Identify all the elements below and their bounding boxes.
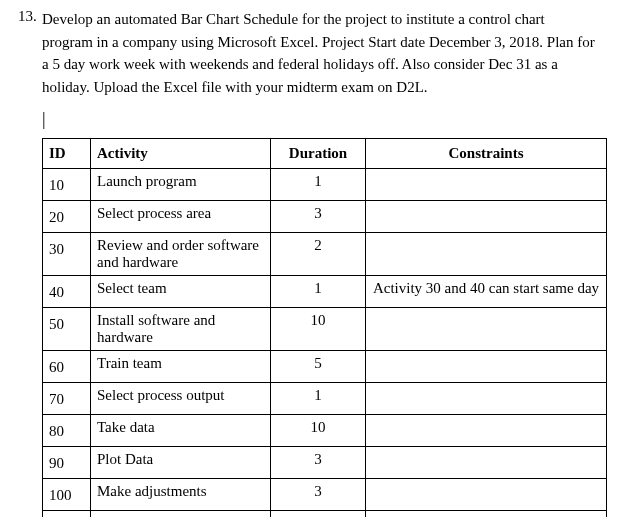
cell-constraints bbox=[366, 233, 607, 276]
cell-id: 50 bbox=[43, 308, 91, 351]
cell-constraints bbox=[366, 447, 607, 479]
cell-constraints bbox=[366, 351, 607, 383]
cell-duration: 1 bbox=[271, 383, 366, 415]
cell-constraints bbox=[366, 479, 607, 511]
cell-duration: 3 bbox=[271, 479, 366, 511]
cell-duration: 1 bbox=[271, 276, 366, 308]
cell-activity: Document bbox=[91, 511, 271, 518]
cell-activity: Review and order software and hardware bbox=[91, 233, 271, 276]
header-duration: Duration bbox=[271, 139, 366, 169]
question-text: Develop an automated Bar Chart Schedule … bbox=[42, 8, 599, 98]
table-row: 10 Launch program 1 bbox=[43, 169, 607, 201]
schedule-table: ID Activity Duration Constraints 10 Laun… bbox=[42, 138, 607, 517]
cell-id: 60 bbox=[43, 351, 91, 383]
table-row: 50 Install software and hardware 10 bbox=[43, 308, 607, 351]
table-row: 20 Select process area 3 bbox=[43, 201, 607, 233]
cell-activity: Select process area bbox=[91, 201, 271, 233]
schedule-table-wrapper: ID Activity Duration Constraints 10 Laun… bbox=[42, 138, 599, 517]
table-row: 100 Make adjustments 3 bbox=[43, 479, 607, 511]
table-header-row: ID Activity Duration Constraints bbox=[43, 139, 607, 169]
cell-constraints bbox=[366, 201, 607, 233]
cell-constraints bbox=[366, 383, 607, 415]
cell-id: 70 bbox=[43, 383, 91, 415]
cell-id: 30 bbox=[43, 233, 91, 276]
cell-constraints bbox=[366, 415, 607, 447]
cell-id: 40 bbox=[43, 276, 91, 308]
cell-activity: Plot Data bbox=[91, 447, 271, 479]
cell-activity: Take data bbox=[91, 415, 271, 447]
table-row: 90 Plot Data 3 bbox=[43, 447, 607, 479]
cell-activity: Launch program bbox=[91, 169, 271, 201]
question-number: 13. bbox=[18, 8, 42, 98]
header-id: ID bbox=[43, 139, 91, 169]
cell-duration: 1 bbox=[271, 169, 366, 201]
cell-duration: 3 bbox=[271, 447, 366, 479]
cell-activity: Make adjustments bbox=[91, 479, 271, 511]
cell-constraints bbox=[366, 511, 607, 518]
cell-id: 110 bbox=[43, 511, 91, 518]
cell-activity: Select team bbox=[91, 276, 271, 308]
table-row: 40 Select team 1 Activity 30 and 40 can … bbox=[43, 276, 607, 308]
question-block: 13. Develop an automated Bar Chart Sched… bbox=[18, 8, 599, 98]
cell-activity: Train team bbox=[91, 351, 271, 383]
cell-id: 90 bbox=[43, 447, 91, 479]
cell-duration: 10 bbox=[271, 415, 366, 447]
table-row: 30 Review and order software and hardwar… bbox=[43, 233, 607, 276]
table-row: 60 Train team 5 bbox=[43, 351, 607, 383]
cell-id: 80 bbox=[43, 415, 91, 447]
cell-duration: 5 bbox=[271, 351, 366, 383]
table-row: 70 Select process output 1 bbox=[43, 383, 607, 415]
cell-id: 20 bbox=[43, 201, 91, 233]
header-activity: Activity bbox=[91, 139, 271, 169]
cell-constraints: Activity 30 and 40 can start same day bbox=[366, 276, 607, 308]
header-constraints: Constraints bbox=[366, 139, 607, 169]
cell-duration: 3 bbox=[271, 201, 366, 233]
cell-id: 100 bbox=[43, 479, 91, 511]
cell-id: 10 bbox=[43, 169, 91, 201]
cell-activity: Install software and hardware bbox=[91, 308, 271, 351]
cell-duration: 5 bbox=[271, 511, 366, 518]
cell-duration: 2 bbox=[271, 233, 366, 276]
table-row: 80 Take data 10 bbox=[43, 415, 607, 447]
cell-constraints bbox=[366, 169, 607, 201]
text-cursor: | bbox=[42, 110, 599, 128]
cell-constraints bbox=[366, 308, 607, 351]
cell-duration: 10 bbox=[271, 308, 366, 351]
cell-activity: Select process output bbox=[91, 383, 271, 415]
table-row: 110 Document 5 bbox=[43, 511, 607, 518]
